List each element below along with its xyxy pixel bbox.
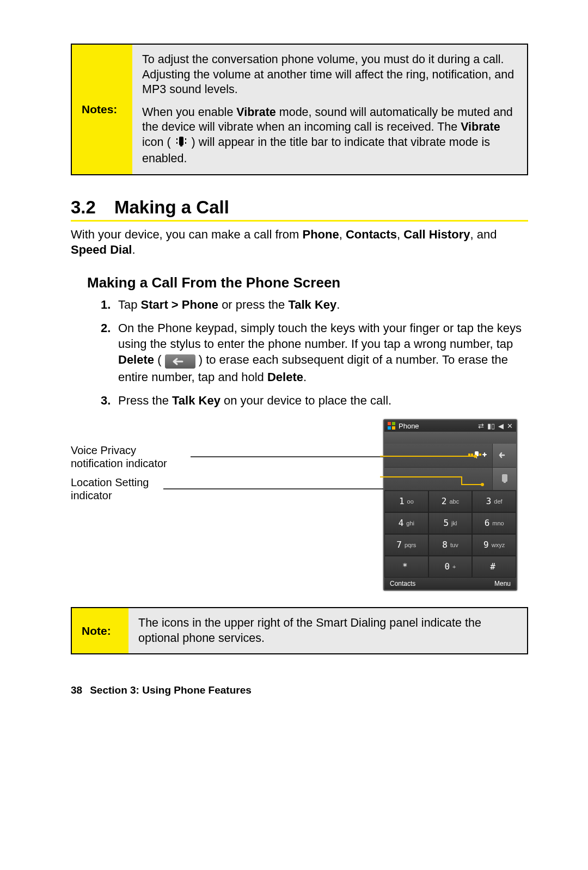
text: With your device, you can make a call fr… bbox=[71, 228, 303, 241]
bold-text: Talk Key bbox=[172, 394, 220, 407]
svg-rect-17 bbox=[479, 454, 481, 456]
backspace-button bbox=[492, 444, 516, 468]
section-number: 3.2 bbox=[71, 197, 114, 218]
svg-rect-10 bbox=[392, 422, 395, 425]
step-number: 1. bbox=[101, 297, 111, 313]
bold-text: Phone bbox=[303, 228, 339, 241]
text: When you enable bbox=[142, 106, 236, 119]
page-footer: 38Section 3: Using Phone Features bbox=[71, 684, 528, 696]
step-1: 1. Tap Start > Phone or press the Talk K… bbox=[101, 297, 528, 313]
svg-rect-15 bbox=[475, 451, 479, 456]
signal-icon: ▮▯ bbox=[487, 422, 495, 430]
svg-rect-14 bbox=[471, 454, 473, 456]
key-hash: # bbox=[472, 556, 516, 578]
section-title-text: Making a Call bbox=[114, 197, 229, 217]
text: . bbox=[336, 298, 340, 311]
callouts: Voice Privacy notification indicator Loc… bbox=[71, 444, 383, 508]
text: or press the bbox=[218, 298, 288, 311]
text: ) will appear in the title bar to indica… bbox=[142, 136, 490, 166]
svg-rect-9 bbox=[388, 422, 391, 425]
windows-icon bbox=[388, 422, 395, 430]
svg-rect-11 bbox=[388, 426, 391, 430]
input-row bbox=[384, 444, 516, 468]
display-bar bbox=[384, 432, 516, 444]
key-8: 8tuv bbox=[428, 534, 473, 556]
location-indicator-area bbox=[384, 468, 492, 491]
svg-rect-20 bbox=[504, 482, 506, 483]
close-icon: ✕ bbox=[507, 422, 513, 430]
svg-rect-12 bbox=[392, 426, 395, 430]
callout-voice-privacy: Voice Privacy notification indicator bbox=[71, 444, 383, 470]
text: Press the bbox=[118, 394, 172, 407]
callout-line-icon bbox=[163, 486, 383, 492]
bold-text: Contacts bbox=[346, 228, 397, 241]
bold-text: Vibrate bbox=[236, 106, 276, 119]
key-7: 7pqrs bbox=[384, 534, 428, 556]
notes-box-bottom: Note: The icons in the upper right of th… bbox=[71, 607, 528, 654]
bold-text: Talk Key bbox=[288, 298, 336, 311]
dial-input-area bbox=[384, 444, 492, 468]
phone-titlebar: Phone ⇄ ▮▯ ◀ ✕ bbox=[384, 420, 516, 432]
input-row-2 bbox=[384, 468, 516, 491]
notes-box-top: Notes: To adjust the conversation phone … bbox=[71, 44, 528, 175]
bold-text: Delete bbox=[118, 353, 154, 366]
note-body: The icons in the upper right of the Smar… bbox=[128, 608, 527, 653]
text: . bbox=[303, 370, 307, 384]
bold-text: Delete bbox=[267, 370, 303, 384]
bold-text: Call History bbox=[403, 228, 470, 241]
text: ( bbox=[154, 353, 165, 366]
svg-rect-2 bbox=[176, 138, 177, 140]
step-2: 2. On the Phone keypad, simply touch the… bbox=[101, 320, 528, 385]
key-6: 6mno bbox=[472, 512, 516, 534]
svg-rect-3 bbox=[176, 142, 177, 144]
key-5: 5jkl bbox=[428, 512, 473, 534]
key-3: 3def bbox=[472, 491, 516, 512]
svg-rect-1 bbox=[180, 145, 182, 146]
callout-text: Location Setting indicator bbox=[71, 476, 163, 503]
speaker-icon: ◀ bbox=[498, 422, 504, 430]
note-label: Note: bbox=[72, 608, 128, 653]
key-4: 4ghi bbox=[384, 512, 428, 534]
contacts-softkey: Contacts bbox=[390, 580, 415, 587]
menu-softkey: Menu bbox=[494, 580, 511, 587]
keypad: 1oo 2abc 3def 4ghi 5jkl 6mno 7pqrs 8tuv … bbox=[384, 491, 516, 578]
svg-rect-4 bbox=[185, 138, 186, 140]
key-1: 1oo bbox=[384, 491, 428, 512]
key-star: * bbox=[384, 556, 428, 578]
text: , bbox=[397, 228, 403, 241]
note-text: The icons in the upper right of the Smar… bbox=[138, 616, 517, 646]
phone-bottom-bar: Contacts Menu bbox=[384, 578, 516, 590]
bold-text: Speed Dial bbox=[71, 243, 132, 256]
voice-privacy-indicator-icon bbox=[468, 450, 487, 461]
text: On the Phone keypad, simply touch the ke… bbox=[118, 321, 522, 351]
steps-list: 1. Tap Start > Phone or press the Talk K… bbox=[71, 297, 528, 408]
notes-label: Notes: bbox=[72, 45, 132, 174]
step-number: 2. bbox=[101, 320, 111, 336]
phone-figure: Voice Privacy notification indicator Loc… bbox=[71, 419, 528, 591]
delete-key-icon bbox=[165, 353, 195, 369]
subheading: Making a Call From the Phone Screen bbox=[87, 274, 528, 291]
notes-para1: To adjust the conversation phone volume,… bbox=[142, 52, 517, 97]
text: Tap bbox=[118, 298, 141, 311]
svg-rect-13 bbox=[468, 454, 470, 456]
page-number: 38 bbox=[71, 684, 82, 696]
phone-button bbox=[492, 468, 516, 491]
bold-text: Start > Phone bbox=[141, 298, 218, 311]
text: icon ( bbox=[142, 136, 174, 149]
key-2: 2abc bbox=[428, 491, 473, 512]
intro-paragraph: With your device, you can make a call fr… bbox=[71, 227, 528, 258]
phone-title-text: Phone bbox=[399, 422, 419, 430]
key-0: 0+ bbox=[428, 556, 473, 578]
bold-text: Vibrate bbox=[461, 120, 500, 133]
sync-icon: ⇄ bbox=[478, 422, 484, 430]
notes-para2: When you enable Vibrate mode, sound will… bbox=[142, 105, 517, 167]
text: , and bbox=[470, 228, 497, 241]
vibrate-icon bbox=[174, 136, 188, 152]
svg-rect-18 bbox=[504, 453, 510, 457]
svg-rect-19 bbox=[502, 474, 507, 482]
text: on your device to place the call. bbox=[220, 394, 391, 407]
key-9: 9wxyz bbox=[472, 534, 516, 556]
svg-rect-0 bbox=[179, 137, 183, 145]
svg-rect-5 bbox=[185, 142, 186, 144]
section-heading: 3.2Making a Call bbox=[71, 197, 528, 222]
